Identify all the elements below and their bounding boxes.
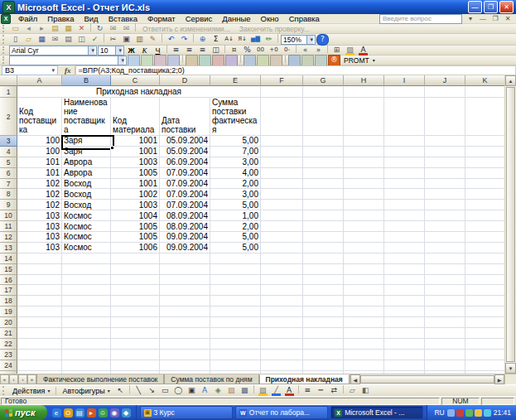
cell-G21[interactable] [303, 328, 344, 339]
cell-G13[interactable] [303, 243, 344, 253]
name-box[interactable]: B3 [2, 65, 58, 75]
row-header-10[interactable]: 10 [0, 210, 17, 221]
cell-C9[interactable]: 1003 [111, 200, 160, 210]
cell-B25[interactable] [62, 371, 111, 374]
cell-B17[interactable] [62, 285, 111, 296]
cell-H2[interactable] [344, 98, 384, 136]
cell-F6[interactable] [261, 168, 303, 179]
cell-G8[interactable] [303, 189, 344, 200]
cell-B13[interactable]: Космос [62, 243, 111, 253]
column-header-E[interactable]: E [210, 75, 261, 86]
cell-D11[interactable]: 08.09.2004 [160, 221, 210, 232]
cell-A15[interactable] [17, 264, 62, 275]
cell-B20[interactable] [62, 317, 111, 328]
cell-G7[interactable] [303, 179, 344, 190]
cell-F20[interactable] [261, 317, 303, 328]
promt-tool-6-icon[interactable] [199, 55, 211, 66]
cell-A5[interactable]: 101 [17, 157, 62, 168]
cell-D25[interactable] [160, 371, 210, 374]
cell-C4[interactable]: 1001 [111, 147, 160, 157]
cell-I21[interactable] [384, 328, 425, 339]
cell-C15[interactable] [111, 264, 160, 275]
new-icon[interactable]: ▯ [9, 34, 22, 46]
wordart-icon[interactable]: A [199, 385, 211, 397]
window-resize-corner[interactable] [504, 374, 516, 384]
taskbar-task-2[interactable]: WОтчет по лабора... [235, 406, 328, 419]
cell-I12[interactable] [384, 232, 425, 243]
sort-ascending-icon[interactable]: A↓ [223, 34, 235, 46]
cell-F18[interactable] [261, 296, 303, 307]
toolbar-grip[interactable] [2, 46, 7, 54]
row-header-5[interactable]: 5 [0, 157, 17, 168]
cell-I17[interactable] [384, 285, 425, 296]
cell-I8[interactable] [384, 189, 425, 200]
workbook-minimize-button[interactable]: — [478, 15, 488, 22]
cell-D22[interactable] [160, 339, 210, 350]
cell-G9[interactable] [303, 200, 344, 210]
updates-tray-icon[interactable] [475, 409, 482, 417]
toolbar-grip[interactable] [2, 25, 7, 32]
cell-E17[interactable] [210, 285, 261, 296]
cell-C2[interactable]: Код материала [111, 98, 160, 136]
cell-E20[interactable] [210, 317, 261, 328]
font-size-combo[interactable]: 10 [98, 46, 124, 56]
cell-D14[interactable] [160, 253, 210, 264]
column-header-C[interactable]: C [111, 75, 160, 86]
cell-F9[interactable] [261, 200, 303, 210]
column-header-G[interactable]: G [303, 75, 344, 86]
promt-tool-2-icon[interactable] [141, 55, 153, 66]
cell-F1[interactable] [261, 86, 303, 98]
cell-H12[interactable] [344, 232, 384, 243]
promt-logo-icon[interactable]: ® [328, 55, 340, 66]
cell-C18[interactable] [111, 296, 160, 307]
cell-I1[interactable] [384, 86, 425, 98]
cell-C23[interactable] [111, 350, 160, 360]
column-header-J[interactable]: J [425, 75, 465, 86]
print-preview-icon[interactable]: ◫ [75, 34, 88, 46]
cell-H11[interactable] [344, 221, 384, 232]
cell-B23[interactable] [62, 350, 111, 360]
cell-I18[interactable] [384, 296, 425, 307]
cell-F19[interactable] [261, 307, 303, 317]
cell-H18[interactable] [344, 296, 384, 307]
cell-D6[interactable]: 07.09.2004 [160, 168, 210, 179]
format-painter-icon[interactable]: ✎ [147, 34, 159, 46]
picture-icon[interactable]: ▩ [239, 385, 251, 397]
cell-E4[interactable]: 7,00 [210, 147, 261, 157]
cell-J5[interactable] [425, 157, 465, 168]
font-color-icon[interactable]: А [283, 385, 296, 397]
shadow-style-icon[interactable]: ▱ [346, 385, 359, 397]
cell-D4[interactable]: 05.09.2004 [160, 147, 210, 157]
cell-E18[interactable] [210, 296, 261, 307]
cell-B7[interactable]: Восход [62, 179, 111, 190]
launcher-icon[interactable]: ◆ [122, 408, 131, 418]
cell-C14[interactable] [111, 253, 160, 264]
cell-E9[interactable]: 5,00 [210, 200, 261, 210]
cell-G19[interactable] [303, 307, 344, 317]
cell-G12[interactable] [303, 232, 344, 243]
cell-H10[interactable] [344, 210, 384, 221]
cell-A14[interactable] [17, 253, 62, 264]
browser-icon[interactable]: ◉ [110, 408, 119, 418]
font-color-icon[interactable]: А [357, 45, 369, 56]
cell-J18[interactable] [425, 296, 465, 307]
cell-A17[interactable] [17, 285, 62, 296]
ie-icon[interactable]: e [52, 408, 61, 418]
cell-C10[interactable]: 1004 [111, 210, 160, 221]
cell-J9[interactable] [425, 200, 465, 210]
row-header-25[interactable]: 25 [0, 371, 17, 374]
cell-J17[interactable] [425, 285, 465, 296]
cell-F13[interactable] [261, 243, 303, 253]
cell-H17[interactable] [344, 285, 384, 296]
chart-wizard-icon[interactable]: ▅▇ [249, 34, 262, 46]
cell-E11[interactable]: 2,00 [210, 221, 261, 232]
promt-tool-11-icon[interactable] [270, 55, 282, 66]
autoshapes-menu-button[interactable]: Автофигуры [59, 386, 113, 396]
cell-J23[interactable] [425, 350, 465, 360]
network-tray-icon[interactable] [465, 409, 473, 417]
cell-K20[interactable] [465, 317, 505, 328]
cell-I16[interactable] [384, 275, 425, 286]
cell-E7[interactable]: 2,00 [210, 179, 261, 190]
cell-K4[interactable] [465, 147, 505, 157]
cell-K8[interactable] [465, 189, 505, 200]
